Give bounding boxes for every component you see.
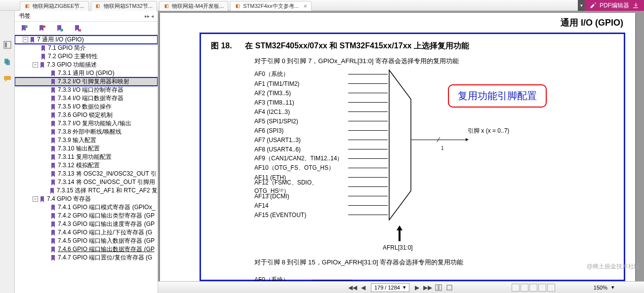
af-line-9: AF9（CAN1/CAN2、TIM12..14） <box>254 154 501 163</box>
tree-node-4[interactable]: 7.3.1 通用 I/O (GPIO) <box>15 69 158 77</box>
tree-label: 7.3.3 I/O 端口控制寄存器 <box>58 86 123 94</box>
tree-node-23[interactable]: 7.4.4 GPIO 端口上拉/下拉寄存器 (G <box>15 228 158 237</box>
toggle-icon[interactable]: − <box>33 62 38 68</box>
tree-node-16[interactable]: 7.3.13 将 OSC32_IN/OSC32_OUT 引 <box>15 170 158 178</box>
prev-page-button[interactable]: ◀ <box>360 284 367 291</box>
af-line-10: AF10（OTG_FS、OTG_HS） <box>254 163 501 173</box>
tree-node-9[interactable]: 7.3.6 GPIO 锁定机制 <box>15 111 158 119</box>
tree-label: 7.4.3 GPIO 端口输出速度寄存器 (GP <box>58 220 155 228</box>
tree-node-19[interactable]: −7.4 GPIO 寄存器 <box>15 195 158 203</box>
tree-label: 7.3.5 I/O 数据位操作 <box>58 103 112 111</box>
bookmark-icon <box>50 247 56 253</box>
tree-label: 7.3.7 I/O 复用功能输入/输出 <box>58 119 131 128</box>
tab-1[interactable]: ◧物联网箱STM32节... <box>91 1 158 11</box>
tree-label: 7.3.6 GPIO 锁定机制 <box>58 111 113 119</box>
toggle-icon[interactable]: − <box>23 37 28 42</box>
tree-node-0[interactable]: −7 通用 I/O (GPIO) <box>15 36 158 44</box>
tree-label: 7 通用 I/O (GPIO) <box>37 36 84 44</box>
pdf-editor-label: PDF编辑器 <box>600 1 629 10</box>
comment-panel-icon[interactable] <box>3 74 12 83</box>
first-page-button[interactable]: ◀◀ <box>349 284 356 291</box>
svg-rect-10 <box>447 285 452 290</box>
bookmark-tool-4[interactable] <box>74 25 81 32</box>
tree-node-2[interactable]: 7.2 GPIO 主要特性 <box>15 52 158 61</box>
tree-label: 7.3.1 通用 I/O (GPIO) <box>58 69 115 77</box>
sidebar-collapse-controls[interactable]: ▸▸ ◂ <box>145 13 154 19</box>
tree-node-21[interactable]: 7.4.2 GPIO 端口输出类型寄存器 (GP <box>15 212 158 220</box>
caption-1: 对于引脚 0 到引脚 7，GPIOx_AFRL[31:0] 寄存器会选择专用的复… <box>254 57 459 66</box>
af-line-8: AF8 (USART4..6) <box>254 145 501 154</box>
doc-icon: ◧ <box>163 3 169 9</box>
bookmark-icon <box>40 54 46 60</box>
tree-label: 7.4.6 GPIO 端口输出数据寄存器 (GP <box>58 245 155 254</box>
tree-node-18[interactable]: 7.3.15 选择 RTC_AF1 和 RTC_AF2 复 <box>15 186 158 195</box>
mux-trapezoid <box>389 70 411 220</box>
tree-node-8[interactable]: 7.3.5 I/O 数据位操作 <box>15 103 158 111</box>
view-mode-5[interactable] <box>547 284 555 292</box>
last-page-button[interactable]: ▶▶ <box>424 284 431 291</box>
bookmark-tool-1[interactable] <box>21 25 28 32</box>
bus-slash: ⁄ <box>438 136 439 144</box>
tree-node-7[interactable]: 7.3.4 I/O 端口数据寄存器 <box>15 94 158 103</box>
toggle-icon[interactable]: − <box>33 196 38 202</box>
bookmark-icon <box>50 138 56 144</box>
bookmark-icon <box>50 163 56 169</box>
tree-node-10[interactable]: 7.3.7 I/O 复用功能输入/输出 <box>15 119 158 128</box>
tree-label: 7.3.8 外部中断线/唤醒线 <box>58 128 121 136</box>
tree-node-20[interactable]: 7.4.1 GPIO 端口模式寄存器 (GPIOx_ <box>15 203 158 212</box>
tree-node-5[interactable]: 7.3.2 I/O 引脚复用器和映射 <box>15 77 158 86</box>
tree-node-25[interactable]: 7.4.6 GPIO 端口输出数据寄存器 (GP <box>15 245 158 254</box>
af-line-12: AF12（FSMC、SDIO、OTG_HS⁽¹⁾） <box>254 182 501 191</box>
tool-button-1[interactable] <box>435 284 442 291</box>
output-label: 引脚 x (x = 0..7) <box>468 127 509 135</box>
tab-3[interactable]: ◧STM32F4xx中文参考...✕ <box>230 1 311 11</box>
page-number-input[interactable]: 179 / 1284 ▾ <box>371 283 409 292</box>
bookmark-icon <box>50 221 56 227</box>
view-mode-1[interactable] <box>512 284 520 292</box>
view-mode-4[interactable] <box>538 284 546 292</box>
af-line-13: AF13 (DCMI) <box>254 191 501 201</box>
download-icon <box>632 2 639 9</box>
tree-node-13[interactable]: 7.3.10 输出配置 <box>15 145 158 153</box>
figure-title: 图 18. 在 STM32F405xx/07xx 和 STM32F415xx/1… <box>211 41 469 51</box>
bus-width: 1 <box>441 146 444 151</box>
tab-0[interactable]: ◧物联网箱ZIGBEE节... <box>20 1 89 11</box>
zoom-level[interactable]: 150% <box>594 285 607 291</box>
pdf-editor-button[interactable]: PDF编辑器 <box>585 0 644 11</box>
bookmark-tool-3[interactable] <box>56 25 63 32</box>
afrl-label: AFRL[31:0] <box>383 244 413 251</box>
tree-node-24[interactable]: 7.4.5 GPIO 端口输入数据寄存器 (GP <box>15 237 158 245</box>
view-mode-2[interactable] <box>521 284 528 292</box>
tree-label: 7.1 GPIO 简介 <box>48 44 86 52</box>
bookmark-tool-2[interactable] <box>39 25 45 32</box>
tree-node-3[interactable]: −7.3 GPIO 功能描述 <box>15 61 158 69</box>
tree-node-6[interactable]: 7.3.3 I/O 端口控制寄存器 <box>15 86 158 94</box>
tree-label: 7.3.14 将 OSC_IN/OSC_OUT 引脚用 <box>58 178 155 186</box>
bookmark-icon <box>49 188 55 194</box>
tool-button-2[interactable] <box>446 284 453 291</box>
view-mode-3[interactable] <box>529 284 537 292</box>
svg-rect-4 <box>4 76 11 80</box>
tree-node-17[interactable]: 7.3.14 将 OSC_IN/OSC_OUT 引脚用 <box>15 178 158 186</box>
bookmarks-panel-icon[interactable] <box>3 40 12 49</box>
close-icon[interactable]: ✕ <box>303 3 307 9</box>
tree-label: 7.4.5 GPIO 端口输入数据寄存器 (GP <box>58 237 155 245</box>
tree-node-22[interactable]: 7.4.3 GPIO 端口输出速度寄存器 (GP <box>15 220 158 228</box>
svg-point-7 <box>60 29 63 32</box>
bookmark-icon <box>50 112 56 118</box>
bookmark-icon <box>50 146 56 152</box>
pages-panel-icon[interactable] <box>3 57 12 66</box>
tree-node-12[interactable]: 7.3.9 输入配置 <box>15 136 158 145</box>
next-page-button[interactable]: ▶ <box>413 284 420 291</box>
zoom-dropdown-icon[interactable]: ▾ <box>611 284 614 291</box>
tree-node-15[interactable]: 7.3.12 模拟配置 <box>15 161 158 170</box>
watermark: @稀土掘金技术社区 <box>587 262 640 271</box>
tab-2[interactable]: ◧物联网箱-M4开发板... <box>159 1 228 11</box>
tree-node-11[interactable]: 7.3.8 外部中断线/唤醒线 <box>15 128 158 136</box>
svg-rect-1 <box>5 42 7 47</box>
bookmark-tree[interactable]: −7 通用 I/O (GPIO)7.1 GPIO 简介7.2 GPIO 主要特性… <box>15 35 158 293</box>
tree-node-14[interactable]: 7.3.11 复用功能配置 <box>15 153 158 161</box>
tree-node-1[interactable]: 7.1 GPIO 简介 <box>15 44 158 52</box>
tree-node-26[interactable]: 7.4.7 GPIO 端口置位/复位寄存器 (G <box>15 254 158 262</box>
tab-label: STM32F4xx中文参考... <box>243 2 298 10</box>
